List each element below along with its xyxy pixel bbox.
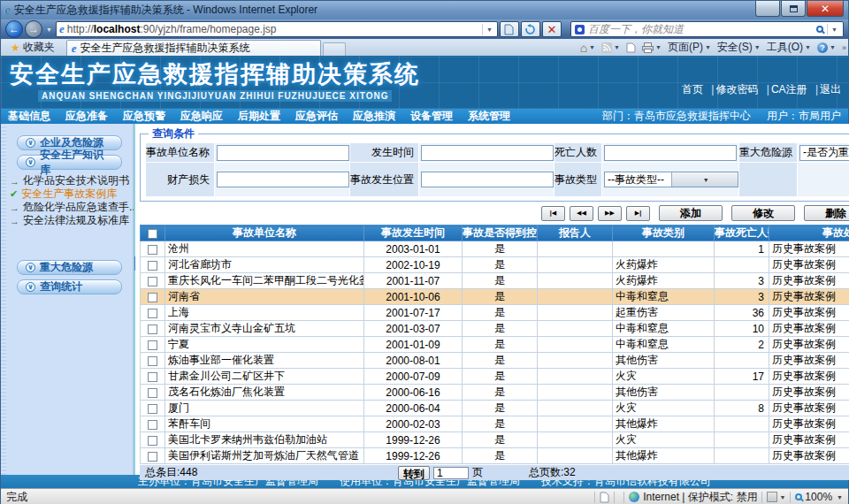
- row-checkbox[interactable]: [148, 340, 157, 350]
- cell-category: 火灾: [613, 369, 715, 385]
- column-header-3: 报告人: [538, 225, 613, 241]
- feeds-button[interactable]: ▼: [601, 42, 620, 53]
- row-checkbox[interactable]: [148, 293, 157, 302]
- cell-reporter: [538, 416, 613, 432]
- refresh-button[interactable]: [521, 21, 540, 37]
- safety-menu[interactable]: 安全(S)▼: [717, 40, 761, 55]
- page-menu[interactable]: 页面(P)▼: [668, 40, 711, 55]
- command-overflow-icon[interactable]: »: [842, 43, 845, 52]
- table-row: 苯酐车间2000-02-03是其他爆炸历史事故案例: [141, 416, 849, 432]
- row-checkbox[interactable]: [148, 452, 157, 462]
- nav-item-7[interactable]: 设备管理: [410, 109, 453, 124]
- query-panel: 查询条件 事故单位名称 发生时间 死亡人数 重大危险源 -是否为重大危险源-▼: [140, 126, 849, 202]
- loss-input[interactable]: [217, 172, 349, 187]
- compatibility-view-button[interactable]: [500, 21, 519, 37]
- cell-date: 2000-06-04: [364, 401, 463, 416]
- row-checkbox[interactable]: [148, 261, 157, 271]
- nav-item-1[interactable]: 应急准备: [65, 109, 108, 124]
- cell-name: 上海: [165, 305, 364, 321]
- minimize-button[interactable]: [755, 1, 780, 17]
- prev-page-button[interactable]: ◀◀: [570, 206, 593, 221]
- page-number-input[interactable]: [433, 467, 469, 479]
- goto-page-button[interactable]: 转到: [398, 466, 430, 480]
- row-checkbox[interactable]: [148, 356, 157, 366]
- print-button[interactable]: ▼: [642, 42, 662, 53]
- sidebar-item-1-2[interactable]: →危险化学品应急速查手...: [10, 201, 133, 214]
- cell-deaths: 8: [715, 401, 769, 416]
- row-checkbox[interactable]: [148, 420, 157, 430]
- nav-item-3[interactable]: 应急响应: [180, 109, 223, 124]
- chevron-circle-icon: ∨: [26, 263, 35, 272]
- nav-item-5[interactable]: 应急评估: [295, 109, 338, 124]
- cell-date: 2001-03-07: [364, 321, 463, 337]
- back-button[interactable]: ←: [5, 20, 23, 38]
- row-checkbox[interactable]: [148, 372, 157, 382]
- table-row: 河南省2001-10-06是中毒和窒息3历史事故案例: [141, 289, 849, 305]
- zone-indicator[interactable]: Internet | 保护模式: 禁用: [629, 490, 757, 504]
- security-report-button[interactable]: ▼: [767, 492, 785, 502]
- new-tab-button[interactable]: [323, 42, 346, 56]
- sidebar-item-1-1[interactable]: ✔安全生产事故案例库: [10, 187, 133, 201]
- search-box[interactable]: 百度一下，你就知道 ▼: [570, 21, 844, 37]
- danger-select[interactable]: -是否为重大危险源-▼: [799, 145, 849, 161]
- sidebar-group-2[interactable]: ∨重大危险源: [17, 260, 122, 275]
- forward-button[interactable]: →: [25, 20, 42, 38]
- row-checkbox[interactable]: [148, 277, 157, 286]
- search-icon[interactable]: [816, 26, 823, 33]
- home-button[interactable]: ⌂▼: [580, 42, 595, 53]
- sidebar-item-1-3[interactable]: →安全法律法规及标准库: [10, 214, 133, 227]
- sidebar-group-1[interactable]: ∨安全生产知识库: [17, 155, 122, 170]
- row-checkbox[interactable]: [148, 309, 157, 318]
- cell-deaths: 3: [715, 273, 769, 289]
- nav-item-2[interactable]: 应急预警: [123, 109, 165, 124]
- location-input[interactable]: [421, 172, 554, 187]
- row-checkbox[interactable]: [148, 325, 157, 334]
- search-dropdown-icon[interactable]: ▼: [827, 24, 839, 35]
- tab-favicon: e: [72, 42, 77, 56]
- history-dropdown-icon[interactable]: ▼: [44, 27, 54, 33]
- cell-reporter: [538, 273, 613, 289]
- add-button[interactable]: 添加: [659, 205, 723, 221]
- occur-time-input[interactable]: [421, 145, 554, 161]
- maximize-button[interactable]: [781, 1, 806, 17]
- select-all-checkbox[interactable]: [148, 229, 157, 239]
- stop-button[interactable]: ✕: [542, 21, 562, 37]
- browser-tab[interactable]: e 安全生产应急救援指挥辅助决策系统: [66, 40, 321, 56]
- row-checkbox[interactable]: [148, 245, 157, 255]
- nav-item-6[interactable]: 应急推演: [353, 109, 395, 124]
- delete-button[interactable]: 删除: [804, 205, 849, 221]
- read-mail-button[interactable]: [626, 42, 636, 53]
- cell-status: 历史事故案例: [769, 416, 849, 432]
- column-header-0: 事故单位名称: [165, 225, 364, 241]
- sidebar-item-1-0[interactable]: →化学品安全技术说明书: [10, 174, 133, 187]
- tools-menu[interactable]: 工具(O)▼: [767, 40, 811, 55]
- sidebar-group-3[interactable]: ∨查询统计: [17, 279, 122, 294]
- help-button[interactable]: ?▼: [817, 42, 836, 53]
- favorites-button[interactable]: ★ 收藏夹: [4, 40, 61, 55]
- unit-name-input[interactable]: [217, 145, 349, 161]
- table-row: 沧州2003-01-01是1历史事故案例: [141, 241, 849, 257]
- row-checkbox[interactable]: [148, 404, 157, 414]
- header-link-1[interactable]: 修改密码: [715, 83, 758, 95]
- last-page-button[interactable]: ▶|: [626, 206, 650, 221]
- modify-button[interactable]: 修改: [731, 205, 795, 221]
- cell-reporter: [538, 321, 613, 337]
- close-button[interactable]: ✕: [807, 1, 844, 17]
- address-dropdown-icon[interactable]: ▼: [482, 24, 494, 35]
- search-provider-icon: [575, 25, 585, 34]
- accident-type-select[interactable]: --事故类型--▼: [604, 172, 738, 187]
- chevron-down-icon: ▼: [671, 172, 738, 187]
- nav-item-8[interactable]: 系统管理: [468, 109, 510, 124]
- next-page-button[interactable]: ▶▶: [598, 206, 622, 221]
- address-bar[interactable]: e http://localhost:90/yjzh/frame/homepag…: [56, 21, 498, 37]
- nav-item-4[interactable]: 后期处置: [238, 109, 280, 124]
- header-link-3[interactable]: 退出: [820, 83, 841, 95]
- row-checkbox[interactable]: [148, 436, 157, 446]
- nav-item-0[interactable]: 基础信息: [8, 109, 50, 124]
- deaths-input[interactable]: [604, 145, 737, 161]
- row-checkbox[interactable]: [148, 388, 157, 398]
- zoom-control[interactable]: 100% ▼: [795, 491, 843, 503]
- header-link-2[interactable]: CA注册: [771, 83, 807, 95]
- first-page-button[interactable]: |◀: [541, 206, 565, 221]
- header-link-0[interactable]: 首页: [682, 83, 703, 95]
